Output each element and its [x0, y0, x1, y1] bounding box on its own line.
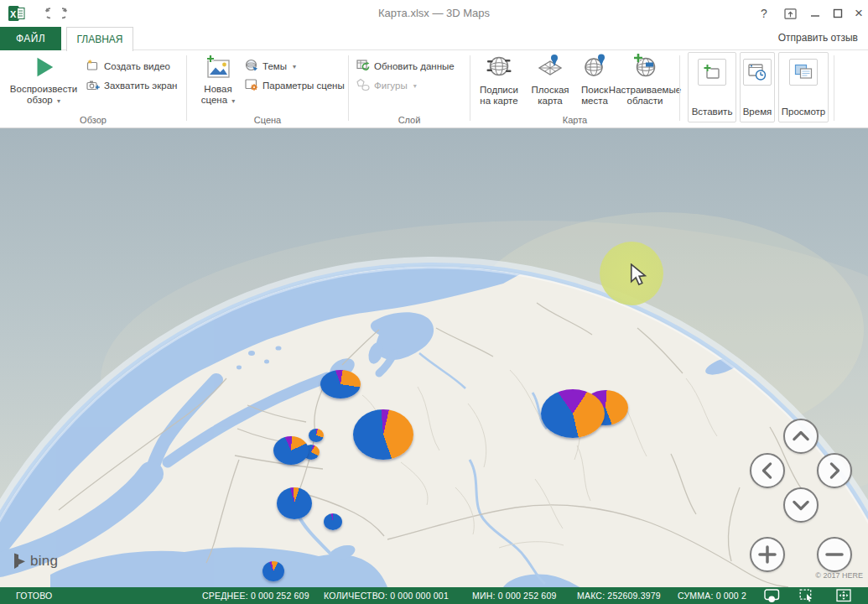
status-ready: ГОТОВО: [16, 591, 52, 601]
ribbon-tab-row: ФАЙЛ ГЛАВНАЯ Отправить отзыв: [0, 27, 868, 50]
status-min: МИН: 0 000 252 609: [472, 591, 556, 601]
redo-icon[interactable]: [60, 6, 79, 21]
window-popup-button[interactable]: [780, 4, 800, 23]
status-sum: СУММА: 0 000 2: [678, 591, 746, 601]
create-video-button[interactable]: Создать видео: [84, 58, 173, 75]
maximize-button[interactable]: [828, 4, 848, 23]
shapes-button[interactable]: Фигуры ▾: [354, 77, 419, 94]
chevron-right-icon: [831, 464, 838, 477]
view-button[interactable]: Просмотр: [778, 52, 829, 122]
chevron-down-icon: [794, 502, 808, 508]
undo-icon[interactable]: [34, 6, 52, 21]
3d-maps-window: X Карта.xlsx — 3D Maps ? × ФАЙЛ ГЛАВНАЯ …: [0, 0, 868, 604]
nav-right-button[interactable]: [817, 453, 852, 488]
ribbon-separator: [679, 55, 680, 121]
refresh-data-icon: [356, 59, 370, 74]
pie-chart[interactable]: [273, 436, 309, 465]
map-labels-button[interactable]: Подписи на карте: [474, 53, 524, 107]
chevron-down-icon: ▾: [293, 63, 296, 70]
play-tour-button[interactable]: Воспроизвести обзор ▾: [5, 53, 82, 108]
reset-view-icon: [836, 589, 851, 602]
video-icon: [86, 59, 100, 74]
select-region-icon: [799, 589, 814, 602]
pie-chart[interactable]: [541, 389, 605, 438]
scene-options-icon: [245, 78, 258, 93]
view-icon: [789, 59, 818, 86]
flat-map-icon: [537, 53, 564, 81]
nav-left-button[interactable]: [750, 453, 785, 488]
zoom-in-button[interactable]: [750, 537, 785, 572]
help-button[interactable]: ?: [755, 4, 773, 23]
status-select-region-button[interactable]: [796, 587, 818, 604]
close-button[interactable]: ×: [850, 4, 868, 23]
time-button[interactable]: Время: [740, 52, 775, 122]
svg-text:X: X: [10, 9, 17, 19]
chevron-up-icon: [794, 432, 808, 439]
custom-regions-icon: [632, 53, 658, 81]
globe-map: [0, 128, 868, 587]
tab-file[interactable]: ФАЙЛ: [0, 27, 61, 50]
status-max: МАКС: 252609.3979: [577, 591, 661, 601]
themes-icon: [245, 59, 258, 74]
chevron-down-icon: ▾: [413, 82, 417, 90]
custom-regions-button[interactable]: Настраиваемые области: [613, 53, 677, 107]
group-map: Подписи на карте Плоская карта Поиск мес…: [470, 50, 679, 128]
send-feedback-link[interactable]: Отправить отзыв: [778, 32, 858, 44]
play-icon: [31, 55, 56, 81]
insert-button[interactable]: Вставить: [688, 52, 736, 122]
minimize-button[interactable]: [805, 4, 825, 23]
new-scene-icon: [205, 55, 231, 81]
plus-icon: [760, 547, 775, 562]
chevron-down-icon: ▾: [57, 97, 60, 105]
window-title: Карта.xlsx — 3D Maps: [0, 7, 868, 19]
find-location-button[interactable]: Поиск места: [576, 53, 613, 107]
status-reset-view-button[interactable]: [833, 587, 855, 604]
group-scene: Новая сцена ▾ Темы ▾ Параметры сцены Сце…: [187, 50, 348, 128]
ribbon: Воспроизвести обзор ▾ Создать видео Захв…: [0, 50, 868, 128]
nav-up-button[interactable]: [783, 419, 819, 454]
bing-b-icon: [13, 553, 26, 570]
group-label-tour: Обзор: [0, 115, 186, 125]
camera-icon: [86, 78, 100, 93]
pie-chart[interactable]: [277, 487, 312, 519]
ribbon-separator: [834, 55, 834, 121]
status-flat-map-toggle-button[interactable]: [761, 587, 782, 604]
status-count: КОЛИЧЕСТВО: 0 000 000 001: [324, 591, 449, 601]
map-viewport[interactable]: bing © 2017 HERE: [0, 128, 868, 587]
capture-screen-button[interactable]: Захватить экран: [84, 77, 179, 94]
group-label-map: Карта: [470, 115, 679, 125]
group-tour: Воспроизвести обзор ▾ Создать видео Захв…: [0, 50, 186, 128]
zoom-out-button[interactable]: [817, 537, 852, 572]
title-bar: X Карта.xlsx — 3D Maps ? ×: [0, 0, 868, 27]
flat-map-toggle-icon: [764, 589, 780, 602]
chevron-down-icon: ▾: [231, 97, 235, 105]
scene-options-button[interactable]: Параметры сцены: [242, 77, 347, 94]
shapes-icon: [356, 78, 370, 93]
map-labels-icon: [486, 53, 512, 81]
nav-down-button[interactable]: [783, 487, 819, 523]
excel-icon: X: [8, 5, 25, 22]
group-label-layer: Слой: [349, 115, 470, 125]
status-average: СРЕДНЕЕ: 0 000 252 609: [202, 591, 309, 601]
themes-button[interactable]: Темы ▾: [242, 58, 299, 75]
status-bar: ГОТОВО СРЕДНЕЕ: 0 000 252 609 КОЛИЧЕСТВО…: [0, 587, 868, 604]
chevron-left-icon: [763, 464, 770, 477]
pie-chart[interactable]: [309, 429, 324, 442]
pie-chart[interactable]: [262, 561, 284, 581]
bing-logo[interactable]: bing: [13, 553, 58, 570]
find-location-icon: [581, 53, 608, 81]
insert-icon: [698, 59, 726, 86]
pie-chart[interactable]: [324, 513, 342, 530]
group-layer: Обновить данные Фигуры ▾ Слой: [349, 50, 470, 128]
tab-home[interactable]: ГЛАВНАЯ: [66, 27, 133, 51]
flat-map-button[interactable]: Плоская карта: [526, 53, 574, 107]
pie-chart[interactable]: [320, 370, 361, 398]
map-copyright: © 2017 HERE: [815, 571, 863, 580]
time-icon: [743, 59, 772, 86]
bing-text: bing: [30, 553, 58, 570]
refresh-data-button[interactable]: Обновить данные: [354, 58, 457, 75]
new-scene-button[interactable]: Новая сцена ▾: [194, 53, 242, 108]
pie-chart[interactable]: [353, 409, 413, 460]
group-label-scene: Сцена: [187, 115, 348, 125]
